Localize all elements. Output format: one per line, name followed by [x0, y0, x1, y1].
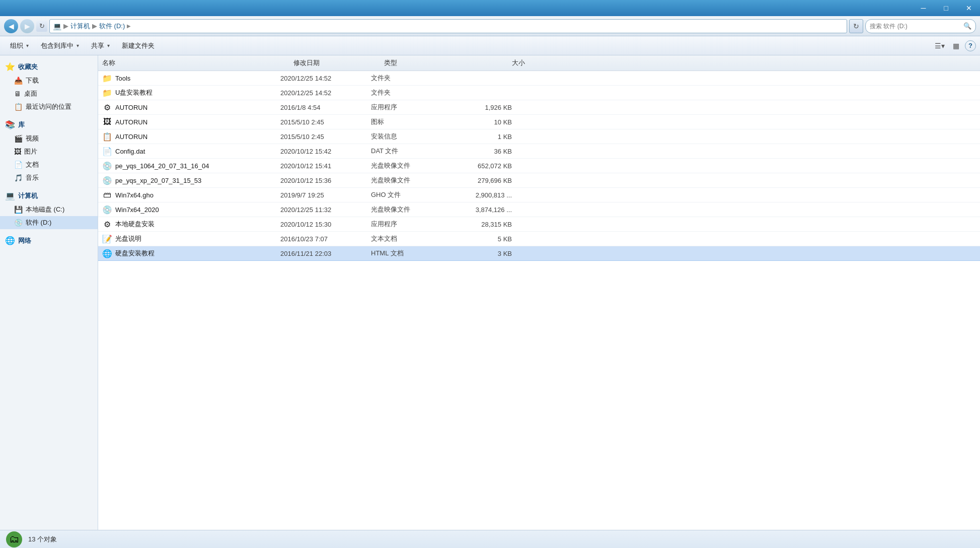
- sidebar-header-favorites[interactable]: ⭐ 收藏夹: [0, 59, 98, 74]
- file-size-cell: 2,900,813 ...: [446, 191, 512, 199]
- file-name: AUTORUN: [115, 118, 147, 126]
- table-row[interactable]: ⚙ 本地硬盘安装 2020/10/12 15:30 应用程序 28,315 KB: [98, 217, 980, 232]
- table-row[interactable]: 📁 U盘安装教程 2020/12/25 14:52 文件夹: [98, 86, 980, 100]
- sidebar-item-document[interactable]: 📄 文档: [0, 158, 98, 171]
- picture-icon: 🖼: [14, 148, 21, 156]
- status-icon: 🗂: [6, 531, 22, 547]
- file-icon: 💿: [102, 204, 112, 215]
- file-icon: 📝: [102, 234, 112, 244]
- file-icon: 💿: [102, 161, 112, 171]
- favorites-label: 收藏夹: [18, 62, 38, 72]
- search-input[interactable]: [870, 23, 961, 30]
- table-row[interactable]: 📄 Config.dat 2020/10/12 15:42 DAT 文件 36 …: [98, 144, 980, 159]
- file-name-cell: ⚙ 本地硬盘安装: [102, 219, 280, 229]
- sidebar-header-computer[interactable]: 💻 计算机: [0, 188, 98, 203]
- file-name-cell: 💿 pe_yqs_xp_20_07_31_15_53: [102, 175, 280, 185]
- file-name-cell: 📁 U盘安装教程: [102, 88, 280, 98]
- desktop-icon: 🖥: [14, 90, 21, 98]
- sidebar-item-desktop[interactable]: 🖥 桌面: [0, 87, 98, 100]
- music-icon: 🎵: [14, 174, 23, 182]
- sidebar-item-drive-d[interactable]: 💿 软件 (D:): [0, 216, 98, 229]
- file-type-cell: 图标: [371, 117, 446, 126]
- sidebar-item-recent[interactable]: 📋 最近访问的位置: [0, 100, 98, 113]
- table-row[interactable]: 📝 光盘说明 2016/10/23 7:07 文本文档 5 KB: [98, 232, 980, 246]
- sidebar-item-picture[interactable]: 🖼 图片: [0, 145, 98, 158]
- share-label: 共享: [91, 41, 104, 50]
- picture-label: 图片: [24, 147, 37, 156]
- file-size-cell: 5 KB: [446, 235, 512, 243]
- table-row[interactable]: 🖼 AUTORUN 2015/5/10 2:45 图标 10 KB: [98, 115, 980, 129]
- status-count: 13 个对象: [28, 535, 57, 544]
- sidebar-item-music[interactable]: 🎵 音乐: [0, 171, 98, 184]
- view-details-button[interactable]: ▦: [949, 39, 963, 53]
- breadcrumb-computer[interactable]: 计算机: [70, 22, 90, 31]
- sidebar-item-downloads[interactable]: 📥 下载: [0, 74, 98, 87]
- file-icon: ⚙: [102, 102, 112, 112]
- table-row[interactable]: ⚙ AUTORUN 2016/1/8 4:54 应用程序 1,926 KB: [98, 100, 980, 115]
- col-header-name[interactable]: 名称: [102, 58, 293, 67]
- file-size-cell: 28,315 KB: [446, 221, 512, 228]
- refresh-button[interactable]: ↻: [36, 21, 47, 32]
- main-area: ⭐ 收藏夹 📥 下载 🖥 桌面 📋 最近访问的位置 📚 库: [0, 55, 980, 530]
- file-name: AUTORUN: [115, 133, 147, 141]
- breadcrumb-drive[interactable]: 软件 (D:): [99, 22, 125, 31]
- status-bar: 🗂 13 个对象: [0, 530, 980, 548]
- sidebar-item-video[interactable]: 🎬 视频: [0, 132, 98, 145]
- file-size-cell: 36 KB: [446, 148, 512, 155]
- back-button[interactable]: ◀: [4, 19, 18, 33]
- view-toggle-button[interactable]: ☰▾: [933, 39, 947, 53]
- table-row[interactable]: 🗃 Win7x64.gho 2019/9/7 19:25 GHO 文件 2,90…: [98, 188, 980, 202]
- file-type-cell: 文本文档: [371, 234, 446, 243]
- file-type-cell: DAT 文件: [371, 147, 446, 156]
- share-button[interactable]: 共享 ▾: [85, 38, 116, 53]
- sidebar-section-library: 📚 库 🎬 视频 🖼 图片 📄 文档 🎵 音乐: [0, 117, 98, 184]
- recent-label: 最近访问的位置: [26, 102, 71, 111]
- table-row[interactable]: 💿 Win7x64_2020 2020/12/25 11:32 光盘映像文件 3…: [98, 202, 980, 217]
- file-name: Win7x64_2020: [115, 206, 159, 214]
- file-date-cell: 2020/10/12 15:36: [280, 177, 371, 184]
- table-row[interactable]: 💿 pe_yqs_1064_20_07_31_16_04 2020/10/12 …: [98, 159, 980, 173]
- file-type-cell: 光盘映像文件: [371, 176, 446, 185]
- table-row[interactable]: 📁 Tools 2020/12/25 14:52 文件夹: [98, 71, 980, 86]
- address-refresh-button[interactable]: ↻: [849, 19, 863, 33]
- sidebar-header-network[interactable]: 🌐 网络: [0, 233, 98, 248]
- table-row[interactable]: 📋 AUTORUN 2015/5/10 2:45 安装信息 1 KB: [98, 129, 980, 144]
- file-name: U盘安装教程: [115, 88, 153, 97]
- col-header-date[interactable]: 修改日期: [293, 58, 384, 67]
- file-name: 硬盘安装教程: [115, 249, 155, 258]
- close-button[interactable]: ✕: [957, 0, 980, 16]
- minimize-button[interactable]: ─: [912, 0, 935, 16]
- table-row[interactable]: 🌐 硬盘安装教程 2016/11/21 22:03 HTML 文档 3 KB: [98, 246, 980, 261]
- table-row[interactable]: 💿 pe_yqs_xp_20_07_31_15_53 2020/10/12 15…: [98, 173, 980, 188]
- include-library-arrow: ▾: [77, 43, 79, 48]
- file-name: Win7x64.gho: [115, 191, 154, 199]
- help-button[interactable]: ?: [965, 40, 976, 51]
- file-size-cell: 3 KB: [446, 250, 512, 257]
- file-date-cell: 2020/12/25 14:52: [280, 89, 371, 97]
- maximize-button[interactable]: □: [935, 0, 957, 16]
- include-library-button[interactable]: 包含到库中 ▾: [35, 38, 85, 53]
- file-name-cell: 📁 Tools: [102, 73, 280, 83]
- col-header-type[interactable]: 类型: [384, 58, 460, 67]
- file-name: Config.dat: [115, 148, 145, 155]
- search-box[interactable]: 🔍: [865, 19, 976, 33]
- downloads-icon: 📥: [14, 77, 23, 85]
- file-type-cell: 应用程序: [371, 220, 446, 229]
- title-bar: ─ □ ✕: [0, 0, 980, 16]
- drive-d-icon: 💿: [14, 219, 23, 227]
- col-header-size[interactable]: 大小: [460, 58, 525, 67]
- file-icon: 📄: [102, 146, 112, 156]
- sidebar-item-drive-c[interactable]: 💾 本地磁盘 (C:): [0, 203, 98, 216]
- file-date-cell: 2015/5/10 2:45: [280, 118, 371, 126]
- file-name-cell: 📋 AUTORUN: [102, 131, 280, 142]
- file-rows-container: 📁 Tools 2020/12/25 14:52 文件夹 📁 U盘安装教程 20…: [98, 71, 980, 261]
- sidebar-header-library[interactable]: 📚 库: [0, 117, 98, 132]
- document-icon: 📄: [14, 161, 23, 169]
- new-folder-button[interactable]: 新建文件夹: [116, 38, 161, 53]
- toolbar-right: ☰▾ ▦ ?: [933, 39, 976, 53]
- file-type-cell: 应用程序: [371, 103, 446, 112]
- organize-button[interactable]: 组织 ▾: [4, 38, 35, 53]
- file-name-cell: ⚙ AUTORUN: [102, 102, 280, 112]
- file-date-cell: 2016/1/8 4:54: [280, 104, 371, 111]
- forward-button[interactable]: ▶: [20, 19, 34, 33]
